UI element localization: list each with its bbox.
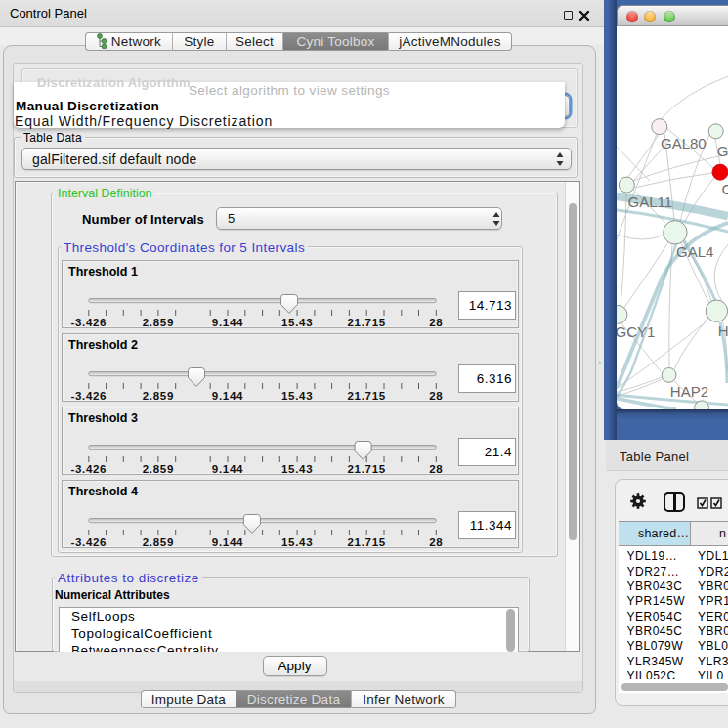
svg-text:2.859: 2.859 (143, 390, 174, 402)
svg-text:-3.426: -3.426 (70, 463, 107, 475)
svg-text:2.859: 2.859 (143, 536, 174, 548)
svg-text:2.859: 2.859 (143, 317, 174, 328)
svg-text:9.144: 9.144 (212, 536, 243, 548)
svg-text:GAL4: GAL4 (676, 243, 713, 260)
svg-text:-3.426: -3.426 (70, 536, 107, 548)
svg-text:-3.426: -3.426 (70, 390, 107, 402)
svg-text:C: C (722, 181, 728, 197)
svg-text:15.43: 15.43 (281, 390, 313, 402)
svg-text:9.144: 9.144 (212, 390, 243, 402)
svg-text:9.144: 9.144 (212, 317, 243, 328)
svg-text:GAL80: GAL80 (661, 135, 707, 151)
svg-text:-3.426: -3.426 (70, 317, 107, 328)
svg-text:GAL…: GAL… (717, 143, 728, 159)
svg-text:HAP2: HAP2 (670, 383, 708, 400)
svg-text:21.715: 21.715 (348, 317, 386, 328)
svg-text:GAL11: GAL11 (628, 193, 673, 210)
svg-text:15.43: 15.43 (281, 317, 313, 328)
svg-text:21.715: 21.715 (348, 463, 386, 475)
svg-text:GCY1: GCY1 (617, 323, 655, 340)
svg-text:21.715: 21.715 (348, 390, 386, 402)
svg-text:28: 28 (429, 463, 443, 475)
svg-text:28: 28 (429, 317, 443, 328)
svg-text:28: 28 (429, 390, 443, 402)
svg-text:15.43: 15.43 (281, 536, 313, 548)
svg-text:H: H (718, 322, 728, 339)
svg-text:2.859: 2.859 (143, 463, 174, 475)
svg-text:28: 28 (429, 536, 443, 548)
svg-text:21.715: 21.715 (348, 536, 386, 548)
svg-text:9.144: 9.144 (212, 463, 243, 475)
svg-text:15.43: 15.43 (281, 463, 313, 475)
